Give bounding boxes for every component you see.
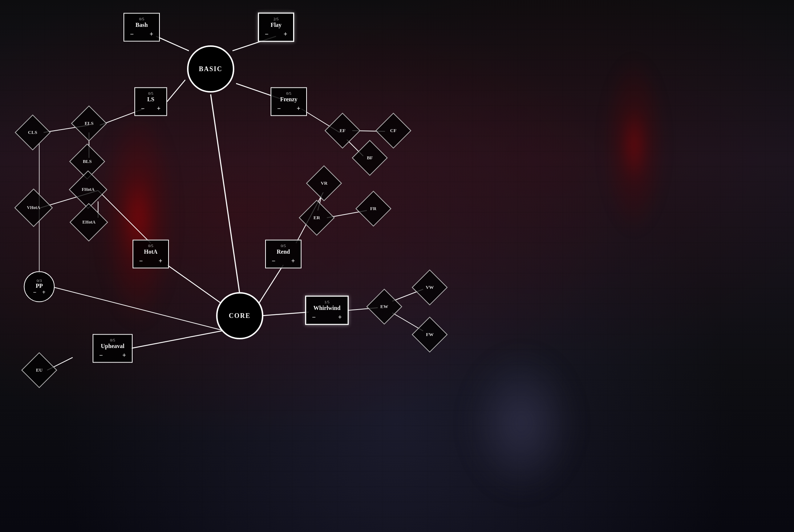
bash-rank: 0/5 xyxy=(129,17,155,21)
flay-rank: 2/5 xyxy=(263,17,289,21)
eu-node[interactable]: EU xyxy=(27,357,52,383)
pp-minus-btn[interactable]: − xyxy=(33,289,36,295)
bf-label: BF xyxy=(367,155,373,161)
bash-name: Bash xyxy=(129,22,155,28)
svg-line-17 xyxy=(262,312,309,316)
pp-plus-btn[interactable]: + xyxy=(42,289,45,295)
whirlwind-plus-btn[interactable]: + xyxy=(337,314,343,321)
ls-name: LS xyxy=(139,96,162,103)
vr-node[interactable]: VR xyxy=(311,171,337,196)
basic-label: Basic xyxy=(199,65,222,73)
whirlwind-minus-btn[interactable]: − xyxy=(311,314,317,321)
ls-plus-btn[interactable]: + xyxy=(155,105,162,112)
vw-node[interactable]: VW xyxy=(417,275,442,300)
vhota-label: VHotA xyxy=(27,205,40,210)
bash-minus-btn[interactable]: − xyxy=(129,30,135,38)
rend-plus-btn[interactable]: + xyxy=(290,257,296,265)
whirlwind-name: Whirlwind xyxy=(311,305,343,311)
ls-minus-btn[interactable]: − xyxy=(139,105,146,112)
upheaval-name: Upheaval xyxy=(98,343,127,349)
flay-plus-btn[interactable]: + xyxy=(282,30,289,38)
ef-node[interactable]: EF xyxy=(330,118,355,143)
fr-label: FR xyxy=(370,206,376,212)
upheaval-rank: 0/5 xyxy=(98,338,127,342)
rend-name: Rend xyxy=(270,249,296,255)
frenzy-plus-btn[interactable]: + xyxy=(295,105,302,112)
frenzy-minus-btn[interactable]: − xyxy=(276,105,282,112)
ls-node[interactable]: 0/5 LS − + xyxy=(134,87,167,116)
ew-label: EW xyxy=(380,304,388,310)
bls-label: BLS xyxy=(83,159,92,164)
hota-node[interactable]: 0/5 HotA − + xyxy=(133,240,169,269)
core-label: Core xyxy=(229,312,251,320)
svg-line-4 xyxy=(211,94,240,294)
vhota-node[interactable]: VHotA xyxy=(20,194,47,221)
els-label: ELS xyxy=(85,120,94,126)
pp-name: PP xyxy=(36,282,43,289)
frenzy-rank: 0/5 xyxy=(276,91,302,95)
hota-minus-btn[interactable]: − xyxy=(138,257,144,265)
flay-node[interactable]: 2/5 Flay − + xyxy=(258,13,294,42)
flay-minus-btn[interactable]: − xyxy=(263,30,270,38)
bls-node[interactable]: BLS xyxy=(74,149,100,174)
svg-line-0 xyxy=(156,36,189,51)
bash-node[interactable]: 0/5 Bash − + xyxy=(123,13,160,42)
fw-node[interactable]: FW xyxy=(417,322,442,347)
svg-line-16 xyxy=(131,330,225,348)
hota-rank: 0/5 xyxy=(138,244,164,248)
upheaval-plus-btn[interactable]: + xyxy=(121,352,127,359)
svg-line-14 xyxy=(167,265,223,305)
cf-label: CF xyxy=(390,128,396,134)
frenzy-node[interactable]: 0/5 Frenzy − + xyxy=(271,87,307,116)
rend-rank: 0/5 xyxy=(270,244,296,248)
basic-node[interactable]: Basic xyxy=(187,45,234,93)
er-node[interactable]: ER xyxy=(304,205,329,230)
flay-name: Flay xyxy=(263,22,289,28)
ehota-node[interactable]: EHotA xyxy=(75,209,102,236)
fr-node[interactable]: FR xyxy=(361,196,386,221)
er-label: ER xyxy=(313,215,320,221)
cf-node[interactable]: CF xyxy=(381,118,406,143)
vw-label: VW xyxy=(426,285,434,290)
ehota-label: EHotA xyxy=(82,220,96,225)
pp-node[interactable]: 0/3 PP − + xyxy=(24,271,55,302)
ef-label: EF xyxy=(340,128,346,134)
fw-label: FW xyxy=(426,332,434,337)
core-node[interactable]: Core xyxy=(216,292,263,339)
bash-plus-btn[interactable]: + xyxy=(148,30,155,38)
connection-lines xyxy=(0,0,794,532)
upheaval-minus-btn[interactable]: − xyxy=(98,352,104,359)
vr-label: VR xyxy=(321,180,328,186)
ew-node[interactable]: EW xyxy=(372,294,397,319)
svg-line-11 xyxy=(98,191,151,243)
rend-minus-btn[interactable]: − xyxy=(270,257,277,265)
upheaval-node[interactable]: 0/5 Upheaval − + xyxy=(93,334,133,363)
svg-line-2 xyxy=(167,80,185,102)
ls-rank: 0/5 xyxy=(139,91,162,95)
whirlwind-rank: 1/5 xyxy=(311,300,343,304)
cls-node[interactable]: CLS xyxy=(20,120,45,145)
bf-node[interactable]: BF xyxy=(357,145,382,171)
hota-plus-btn[interactable]: + xyxy=(157,257,164,265)
eu-label: EU xyxy=(36,367,42,373)
frenzy-name: Frenzy xyxy=(276,96,302,103)
hota-name: HotA xyxy=(138,249,164,255)
svg-line-18 xyxy=(54,287,222,330)
cls-label: CLS xyxy=(28,130,37,135)
whirlwind-node[interactable]: 1/5 Whirlwind − + xyxy=(305,296,349,325)
pp-rank: 0/3 xyxy=(37,278,42,282)
rend-node[interactable]: 0/5 Rend − + xyxy=(265,240,301,269)
els-node[interactable]: ELS xyxy=(76,111,102,136)
fhota-label: FHotA xyxy=(82,187,94,192)
fhota-node[interactable]: FHotA xyxy=(74,176,102,203)
